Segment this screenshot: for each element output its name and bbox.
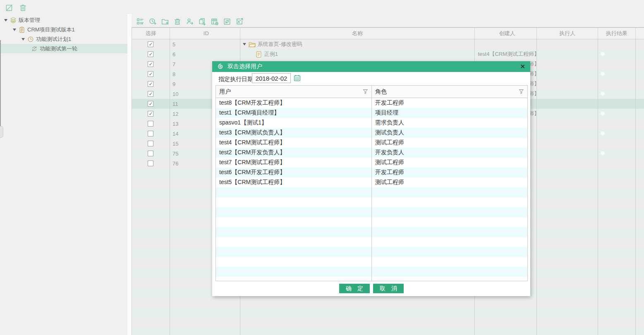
empty-cell	[598, 278, 636, 287]
empty-cell	[132, 228, 170, 238]
spacer-cell	[636, 119, 644, 129]
user-row[interactable]: test1【CRM项目经理】项目经理	[216, 108, 527, 118]
empty-cell	[598, 317, 636, 327]
tree-item[interactable]: CRM项目测试版本1	[0, 25, 127, 34]
case-name-label: 正例1	[264, 50, 278, 58]
dialog-column-header: 角色	[372, 86, 527, 98]
user-cell: test1【CRM项目经理】	[216, 108, 372, 118]
cancel-button[interactable]: 取 消	[373, 284, 404, 293]
close-icon[interactable]: ✕	[520, 62, 525, 71]
sidebar-toolbar	[5, 4, 27, 12]
grid-column-header[interactable]: 选择	[132, 28, 170, 39]
empty-cell	[636, 258, 644, 268]
assign-user-icon[interactable]	[186, 18, 194, 25]
executor-cell	[537, 139, 598, 148]
role-cell	[372, 187, 527, 197]
checkbox-unchecked[interactable]	[148, 131, 153, 136]
sync-icon[interactable]	[223, 18, 231, 25]
splitter-handle[interactable]	[0, 126, 3, 138]
grid-column-header[interactable]: 创建人	[475, 28, 537, 39]
grid-column-header[interactable]: 执行人	[537, 28, 598, 39]
result-cell	[598, 109, 636, 119]
user-cell	[216, 197, 372, 207]
case-name-label: 系统首页-修改密码	[258, 41, 302, 48]
user-row[interactable]: test2【CRM开发负责人】开发负责人	[216, 148, 527, 158]
empty-cell	[636, 268, 644, 278]
calendar-icon[interactable]	[294, 74, 301, 81]
checkbox-checked[interactable]: ✓	[148, 61, 153, 67]
checkbox-checked[interactable]: ✓	[148, 71, 153, 77]
copy-case-icon[interactable]	[199, 18, 206, 25]
role-cell	[372, 237, 527, 247]
user-row[interactable]: test5【CRM测试工程师】测试工程师	[216, 177, 527, 187]
table-row[interactable]: ✓5系统首页-修改密码	[132, 39, 644, 49]
checkbox-checked[interactable]: ✓	[148, 41, 153, 47]
empty-cell	[132, 258, 170, 268]
expander-triangle-icon[interactable]	[13, 29, 16, 31]
layers-icon	[10, 17, 17, 24]
grid-column-header[interactable]	[636, 28, 644, 39]
user-row[interactable]: test3【CRM测试负责人】测试负责人	[216, 128, 527, 138]
checkbox-unchecked[interactable]	[148, 141, 153, 146]
user-row[interactable]: test8【CRM开发工程师】开发工程师	[216, 98, 527, 108]
executor-cell	[537, 129, 598, 139]
panel-splitter[interactable]	[127, 14, 132, 335]
checkbox-unchecked[interactable]	[148, 121, 153, 127]
execution-date-input[interactable]: 2018-02-02	[252, 73, 291, 83]
delete-icon[interactable]	[174, 18, 181, 25]
table-row[interactable]: ✓6正例1test4【CRM测试工程师】	[132, 49, 644, 59]
doc-icon	[255, 51, 262, 58]
add-folder-icon[interactable]	[161, 18, 169, 25]
executor-cell	[537, 158, 598, 168]
filter-icon[interactable]	[363, 89, 368, 94]
user-row[interactable]: test6【CRM开发工程师】开发工程师	[216, 168, 527, 177]
tree-item[interactable]: 功能测试第一轮	[0, 44, 127, 53]
checkbox-checked[interactable]: ✓	[148, 51, 153, 57]
empty-cell	[170, 297, 240, 307]
checkbox-checked[interactable]: ✓	[148, 111, 153, 117]
empty-cell	[537, 258, 598, 268]
select-cell: ✓	[132, 89, 170, 99]
checkbox-unchecked[interactable]	[148, 160, 153, 166]
empty-cell	[132, 188, 170, 198]
tree-item[interactable]: 版本管理	[0, 15, 127, 25]
grid-column-header[interactable]: ID	[170, 28, 240, 39]
ok-button[interactable]: 确 定	[339, 284, 370, 293]
user-row[interactable]: test4【CRM测试工程师】测试工程师	[216, 138, 527, 148]
plan-settings-icon[interactable]	[211, 18, 218, 25]
empty-cell	[132, 268, 170, 278]
filter-icon[interactable]	[519, 89, 524, 94]
edit-icon[interactable]	[5, 4, 13, 12]
empty-cell	[537, 307, 598, 317]
expander-triangle-icon[interactable]	[4, 19, 7, 22]
select-cell: ✓	[132, 59, 170, 69]
add-timer-icon[interactable]	[149, 18, 156, 25]
clock-icon	[27, 36, 34, 43]
user-cell: test5【CRM测试工程师】	[216, 177, 372, 187]
empty-cell	[636, 218, 644, 228]
dialog-column-label: 用户	[219, 88, 231, 96]
checkbox-checked[interactable]: ✓	[148, 91, 153, 97]
empty-cell	[636, 238, 644, 248]
role-cell	[372, 217, 527, 227]
select-cell	[132, 158, 170, 168]
user-cell	[216, 207, 372, 217]
grid-column-header[interactable]: 名称	[240, 28, 475, 39]
tree-item[interactable]: 功能测试计划1	[0, 34, 127, 44]
expander-triangle-icon[interactable]	[243, 43, 246, 45]
empty-cell	[132, 287, 170, 297]
checkbox-unchecked[interactable]	[148, 151, 153, 156]
executor-cell	[537, 39, 598, 49]
empty-cell	[636, 297, 644, 307]
dialog-titlebar[interactable]: 双击选择用户 ✕	[212, 61, 530, 72]
checkbox-checked[interactable]: ✓	[148, 81, 153, 87]
user-row[interactable]: spasvo1【测试1】需求负责人	[216, 118, 527, 128]
export-excel-icon[interactable]	[236, 18, 243, 25]
grid-column-header[interactable]: 执行结果	[598, 28, 636, 39]
batch-edit-icon[interactable]	[136, 18, 144, 25]
checkbox-checked[interactable]: ✓	[148, 101, 153, 107]
expander-triangle-icon[interactable]	[22, 38, 25, 41]
trash-icon[interactable]	[19, 4, 27, 12]
user-row[interactable]: test7【CRM测试工程师】测试工程师	[216, 158, 527, 168]
empty-cell	[598, 228, 636, 238]
